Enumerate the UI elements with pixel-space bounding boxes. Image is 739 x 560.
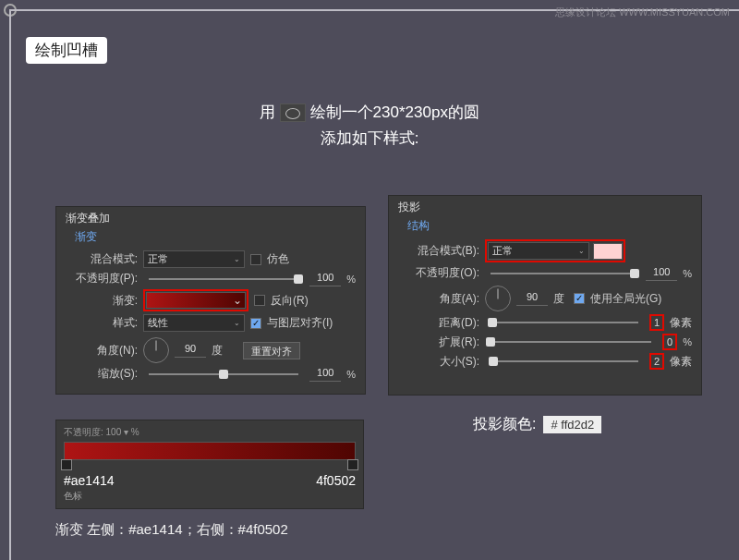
slider-distance[interactable] xyxy=(491,322,638,323)
chevron-down-icon: ⌄ xyxy=(234,319,240,327)
gradient-stop-left[interactable] xyxy=(61,459,72,470)
input-r-angle[interactable]: 90 xyxy=(516,291,548,306)
slider-opacity[interactable] xyxy=(149,278,298,280)
row-r-opacity: 不透明度(O): 100 % xyxy=(398,265,692,281)
unit-px: 像素 xyxy=(670,354,692,370)
panel-drop-shadow: 投影 结构 混合模式(B): 正常 ⌄ 不透明度(O): 100 % 角度(A)… xyxy=(388,195,702,396)
label-gradient: 渐变: xyxy=(66,293,138,309)
ge-top: 不透明度: 100 ▾ % xyxy=(64,426,356,439)
row-r-blend: 混合模式(B): 正常 ⌄ xyxy=(398,239,692,262)
ge-sub: 色标 xyxy=(64,490,356,503)
pct: % xyxy=(346,369,356,380)
input-scale[interactable]: 100 xyxy=(309,367,341,382)
label-size: 大小(S): xyxy=(398,354,479,370)
pct: % xyxy=(683,268,692,279)
shadow-note-label: 投影颜色: xyxy=(473,415,536,434)
select-style[interactable]: 线性 ⌄ xyxy=(143,314,245,332)
gradient-bar[interactable] xyxy=(64,442,356,460)
label-opacity: 不透明度(P): xyxy=(66,271,138,286)
row-spread: 扩展(R): 0 % xyxy=(398,334,692,350)
select-r-blend[interactable]: 正常 ⌄ xyxy=(488,242,589,260)
label-spread: 扩展(R): xyxy=(398,335,479,350)
footer-gradient: 渐变 左侧：#ae1414；右侧：#4f0502 xyxy=(55,521,288,539)
pct: % xyxy=(683,336,692,347)
ellipse-tool-icon xyxy=(280,103,306,122)
highlight-gradient: ⌄ xyxy=(143,289,248,311)
row-opacity: 不透明度(P): 100 % xyxy=(66,271,356,286)
slider-scale[interactable] xyxy=(149,373,298,375)
label-angle: 角度(N): xyxy=(66,343,138,359)
label-r-blend: 混合模式(B): xyxy=(398,243,479,259)
sidebar-line xyxy=(9,9,11,560)
instr-pre: 用 xyxy=(260,103,275,121)
highlight-size: 2 xyxy=(649,353,664,370)
panel-title-left: 渐变叠加 xyxy=(66,211,356,226)
gradient-stop-right[interactable] xyxy=(347,459,358,470)
input-angle[interactable]: 90 xyxy=(175,343,206,358)
label-distance: 距离(D): xyxy=(398,315,479,331)
chevron-down-icon: ⌄ xyxy=(233,294,242,307)
row-distance: 距离(D): 1 像素 xyxy=(398,314,692,331)
checkbox-dither[interactable] xyxy=(250,254,261,265)
angle-dial-r[interactable] xyxy=(485,286,511,311)
highlight-distance: 1 xyxy=(649,314,664,331)
row-scale: 缩放(S): 100 % xyxy=(66,366,356,382)
subhead-right: 结构 xyxy=(407,218,692,234)
label-r-opacity: 不透明度(O): xyxy=(398,265,479,281)
input-r-opacity[interactable]: 100 xyxy=(646,266,677,281)
label-dither: 仿色 xyxy=(267,251,289,267)
label-r-angle: 角度(A): xyxy=(398,291,479,307)
title-chip: 绘制凹槽 xyxy=(26,37,107,64)
label-reverse: 反向(R) xyxy=(271,293,309,309)
label-global: 使用全局光(G) xyxy=(590,291,661,307)
instr-post: 绘制一个230*230px的圆 xyxy=(310,103,479,121)
unit-px: 像素 xyxy=(670,315,692,331)
highlight-blend: 正常 ⌄ xyxy=(485,239,625,262)
pct: % xyxy=(346,274,356,285)
gradient-editor: 不透明度: 100 ▾ % #ae1414 4f0502 色标 xyxy=(55,420,364,509)
input-opacity[interactable]: 100 xyxy=(309,272,341,286)
instructions: 用 绘制一个230*230px的圆 添加如下样式: xyxy=(0,100,739,152)
row-r-angle: 角度(A): 90 度 使用全局光(G) xyxy=(398,286,692,311)
ge-labels: #ae1414 4f0502 xyxy=(64,473,356,488)
subhead-left: 渐变 xyxy=(75,229,356,245)
watermark: 思缘设计论坛 WWW.MISSYUAN.COM xyxy=(555,6,730,19)
input-size[interactable]: 2 xyxy=(654,356,660,367)
angle-dial[interactable] xyxy=(143,337,169,363)
shadow-hex: # ffd2d2 xyxy=(543,416,601,433)
panel-gradient-overlay: 渐变叠加 渐变 混合模式: 正常 ⌄ 仿色 不透明度(P): 100 % 渐变:… xyxy=(55,206,366,395)
highlight-spread: 0 xyxy=(662,334,677,350)
checkbox-align[interactable] xyxy=(250,318,261,329)
select-r-blend-value: 正常 xyxy=(492,244,513,258)
checkbox-global-light[interactable] xyxy=(574,293,585,304)
chevron-down-icon: ⌄ xyxy=(234,255,240,263)
checkbox-reverse[interactable] xyxy=(254,295,265,306)
row-angle: 角度(N): 90 度 重置对齐 xyxy=(66,337,356,363)
select-blend-mode[interactable]: 正常 ⌄ xyxy=(143,250,245,268)
input-spread[interactable]: 0 xyxy=(667,336,672,347)
shadow-color-note: 投影颜色: # ffd2d2 xyxy=(473,415,601,434)
slider-spread[interactable] xyxy=(491,341,651,343)
select-style-value: 线性 xyxy=(148,316,168,330)
gradient-swatch[interactable]: ⌄ xyxy=(146,292,246,309)
row-style: 样式: 线性 ⌄ 与图层对齐(I) xyxy=(66,314,356,332)
hex-right: 4f0502 xyxy=(316,473,356,488)
shadow-color-swatch[interactable] xyxy=(593,243,623,260)
panel-title-right: 投影 xyxy=(398,200,692,215)
slider-size[interactable] xyxy=(491,360,638,362)
reset-align-button[interactable]: 重置对齐 xyxy=(243,342,300,359)
slider-r-opacity[interactable] xyxy=(491,273,635,274)
label-scale: 缩放(S): xyxy=(66,366,138,382)
hex-left: #ae1414 xyxy=(64,473,115,488)
select-blend-value: 正常 xyxy=(148,252,168,266)
label-degree: 度 xyxy=(212,343,223,359)
label-align: 与图层对齐(I) xyxy=(267,315,333,331)
label-r-degree: 度 xyxy=(553,291,564,307)
label-blend: 混合模式: xyxy=(66,251,138,267)
chevron-down-icon: ⌄ xyxy=(578,247,585,255)
instr-line2: 添加如下样式: xyxy=(321,129,419,147)
row-blend-mode: 混合模式: 正常 ⌄ 仿色 xyxy=(66,250,356,268)
input-distance[interactable]: 1 xyxy=(654,317,660,328)
label-style: 样式: xyxy=(66,315,138,331)
row-gradient: 渐变: ⌄ 反向(R) xyxy=(66,289,356,311)
